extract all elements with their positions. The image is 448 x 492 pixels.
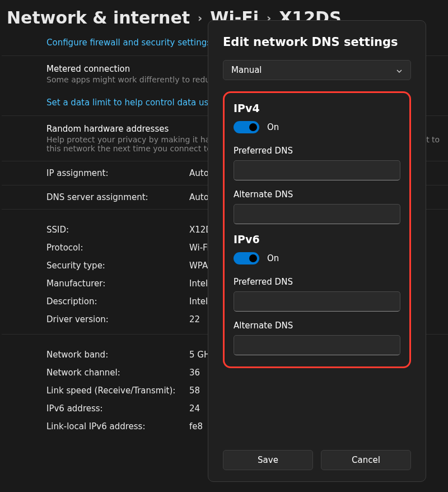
info-value: 58 [189,386,200,396]
info-value: 22 [189,314,200,324]
info-value: Intel [189,279,208,289]
ipv4-preferred-label: Preferred DNS [234,146,400,156]
info-value: 36 [189,368,200,378]
breadcrumb-root[interactable]: Network & internet [7,8,190,27]
dns-mode-value: Manual [231,65,262,75]
ip-assignment-label: IP assignment: [46,168,189,178]
cancel-button[interactable]: Cancel [321,450,411,470]
info-key: IPv6 address: [46,403,189,414]
dns-assignment-label: DNS server assignment: [46,192,189,202]
dns-fields-highlight: IPv4 On Preferred DNS Alternate DNS IPv6… [223,91,411,368]
ipv4-alternate-label: Alternate DNS [234,189,400,199]
info-key: Driver version: [46,314,189,324]
info-value: Wi-Fi [189,243,209,253]
info-key: Network channel: [46,368,189,378]
ipv6-preferred-label: Preferred DNS [234,277,400,287]
info-value: fe8 [189,421,203,431]
ipv4-preferred-input[interactable] [234,160,400,180]
info-key: Description: [46,296,189,307]
info-value: 24 [189,403,200,414]
info-key: Link speed (Receive/Transmit): [46,386,189,396]
save-button[interactable]: Save [223,450,313,470]
ipv4-heading: IPv4 [234,102,400,114]
ipv4-toggle-label: On [267,122,279,132]
ipv6-alternate-input[interactable] [234,335,400,355]
dialog-title: Edit network DNS settings [223,35,411,49]
chevron-down-icon [396,67,403,73]
ipv6-preferred-input[interactable] [234,291,400,312]
info-key: Network band: [46,350,189,360]
info-key: Security type: [46,261,189,271]
ipv4-toggle[interactable] [234,121,259,133]
ipv4-alternate-input[interactable] [234,204,400,224]
info-value: Intel [189,296,208,307]
ipv6-toggle[interactable] [234,252,259,264]
info-key: Manufacturer: [46,279,189,289]
ipv6-toggle-label: On [267,253,279,263]
ipv6-heading: IPv6 [234,233,400,245]
dns-mode-select[interactable]: Manual [223,60,411,80]
chevron-right-icon: › [198,11,202,25]
info-key: SSID: [46,225,189,235]
info-key: Link-local IPv6 address: [46,421,189,431]
ipv6-alternate-label: Alternate DNS [234,321,400,331]
edit-dns-dialog: Edit network DNS settings Manual IPv4 On… [208,20,426,482]
info-key: Protocol: [46,243,189,253]
